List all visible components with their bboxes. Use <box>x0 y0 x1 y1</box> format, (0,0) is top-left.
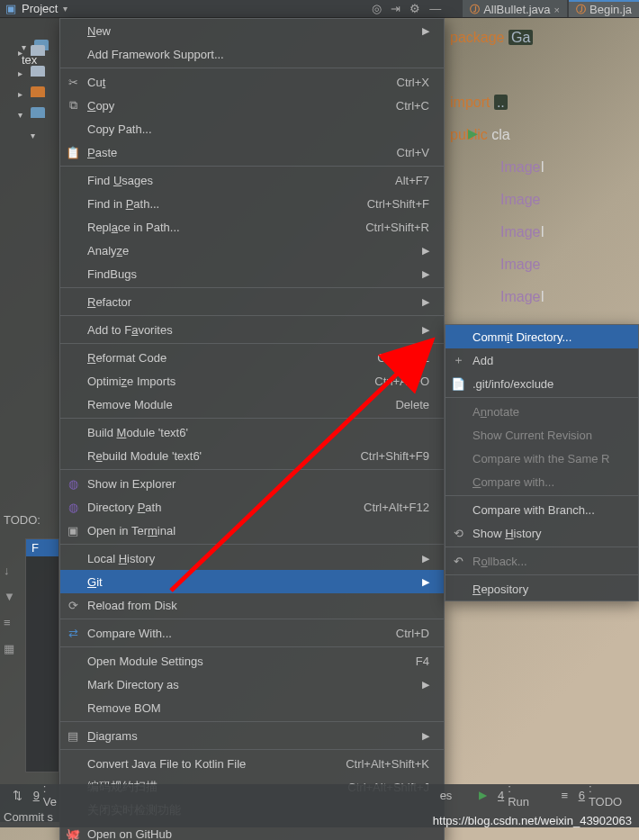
history-icon: ⟲ <box>451 527 465 540</box>
tree-expand-icon[interactable]: ▸ <box>18 68 27 78</box>
menu-paste[interactable]: 📋PasteCtrl+V <box>60 140 444 164</box>
menu-compare-with[interactable]: ⇄Compare With...Ctrl+D <box>60 621 444 645</box>
menu-git[interactable]: Git▶ <box>60 570 444 593</box>
menu-optimize-imports[interactable]: Optimize ImportsCtrl+Alt+O <box>60 369 444 393</box>
run-gutter-icon[interactable]: ▶ <box>468 126 478 140</box>
arrow-down-icon[interactable]: ↓ <box>4 564 15 577</box>
status-text: Commit s <box>4 810 53 824</box>
menu-local-history[interactable]: Local History▶ <box>60 546 444 570</box>
menu-build-module[interactable]: Build Module 'text6' <box>60 420 444 444</box>
terminal-icon: ▣ <box>66 524 80 537</box>
rollback-icon: ↶ <box>451 555 465 568</box>
menu-remove-bom[interactable]: Remove BOM <box>60 696 444 719</box>
todo-icon: ≡ <box>561 789 568 802</box>
menu-label: Show in Explorer <box>87 477 176 491</box>
menu-directory-path[interactable]: ◍Directory PathCtrl+Alt+F12 <box>60 495 444 519</box>
menu-label: Rollback... <box>472 555 527 568</box>
group-icon[interactable]: ▦ <box>4 642 15 655</box>
editor-tabs: Ⓙ AllBullet.java × Ⓙ Begin.ja <box>463 0 639 17</box>
menu-convert-kotlin[interactable]: Convert Java File to Kotlin FileCtrl+Alt… <box>60 752 444 775</box>
gear-icon[interactable]: ⚙ <box>410 2 420 15</box>
menu-add-favorites[interactable]: Add to Favorites▶ <box>60 318 444 341</box>
toolbtn-run[interactable]: ▶ 4: Run <box>479 781 534 808</box>
menu-shortcut: Ctrl+Shift+F9 <box>360 449 429 463</box>
toolbtn-version-control[interactable]: ⇅ 9: Ve <box>13 781 62 808</box>
submenu-git-info-exclude[interactable]: 📄.git/info/exclude <box>446 372 638 395</box>
menu-label: Refactor <box>87 295 131 309</box>
menu-label: Local History <box>87 552 155 565</box>
chevron-right-icon: ▶ <box>422 730 429 742</box>
menu-rebuild-module[interactable]: Rebuild Module 'text6'Ctrl+Shift+F9 <box>60 444 444 467</box>
menu-new[interactable]: New▶ <box>60 19 444 42</box>
menu-label: Find in Path... <box>87 197 159 211</box>
menu-label: Commit Directory... <box>472 330 572 344</box>
dropdown-icon[interactable]: ▾ <box>63 4 68 14</box>
submenu-show-history[interactable]: ⟲Show History <box>446 521 638 545</box>
java-file-icon: Ⓙ <box>576 3 586 16</box>
menu-remove-module[interactable]: Remove ModuleDelete <box>60 393 444 416</box>
menu-label: Convert Java File to Kotlin File <box>87 757 246 771</box>
editor-tab-begin[interactable]: Ⓙ Begin.ja <box>569 0 639 17</box>
menu-copy[interactable]: ⧉CopyCtrl+C <box>60 94 444 117</box>
collapse-icon[interactable]: ⇥ <box>391 2 400 15</box>
tree-expand-icon[interactable]: ▾ <box>18 110 27 120</box>
editor-tab-label: AllBullet.java <box>483 3 550 16</box>
menu-label: Add to Favorites <box>87 323 173 337</box>
menu-label: Open on GitHub <box>87 827 172 841</box>
menu-label: Cut <box>87 76 105 89</box>
menu-label: Directory Path <box>87 501 161 514</box>
submenu-add[interactable]: ＋Add <box>446 348 638 372</box>
close-icon[interactable]: × <box>554 5 560 15</box>
compare-icon: ⇄ <box>66 627 80 640</box>
submenu-compare-branch[interactable]: Compare with Branch... <box>446 498 638 521</box>
folder-icon <box>31 86 45 97</box>
toolbtn-todo[interactable]: ≡ 6: TODO <box>561 781 626 808</box>
menu-find-usages[interactable]: Find UsagesAlt+F7 <box>60 168 444 192</box>
menu-findbugs[interactable]: FindBugs▶ <box>60 262 444 285</box>
tree-expand-icon[interactable]: ▸ <box>18 89 27 99</box>
editor-tab-allbullet[interactable]: Ⓙ AllBullet.java × <box>463 0 567 17</box>
menu-label: Repository <box>472 583 528 596</box>
menu-show-explorer[interactable]: ◍Show in Explorer <box>60 472 444 495</box>
menu-mark-directory-as[interactable]: Mark Directory as▶ <box>60 673 444 696</box>
menu-shortcut: F4 <box>416 655 429 668</box>
menu-open-module-settings[interactable]: Open Module SettingsF4 <box>60 649 444 673</box>
submenu-commit-directory[interactable]: Commit Directory... <box>446 325 638 348</box>
target-icon[interactable]: ◎ <box>372 2 382 15</box>
chevron-right-icon: ▶ <box>422 679 429 691</box>
menu-shortcut: Delete <box>395 398 429 411</box>
menu-find-in-path[interactable]: Find in Path...Ctrl+Shift+F <box>60 192 444 215</box>
diagram-icon: ▤ <box>66 729 80 743</box>
todo-filter-button[interactable]: F <box>26 539 58 556</box>
menu-label: Rebuild Module 'text6' <box>87 449 202 463</box>
menu-open-terminal[interactable]: ▣Open in Terminal <box>60 519 444 542</box>
filter-icon[interactable]: ▼ <box>4 590 15 603</box>
project-panel-title[interactable]: Project <box>22 2 58 15</box>
submenu-compare-with: Compare with... <box>446 470 638 493</box>
menu-reformat-code[interactable]: Reformat CodeCtrl+Alt+L <box>60 346 444 369</box>
watermark: https://blog.csdn.net/weixin_43902063 <box>433 814 632 827</box>
hide-icon[interactable]: — <box>429 2 441 15</box>
tree-expand-icon[interactable]: ▾ <box>31 131 40 140</box>
menu-label: Open Module Settings <box>87 655 203 668</box>
menu-refactor[interactable]: Refactor▶ <box>60 290 444 313</box>
menu-analyze[interactable]: Analyze▶ <box>60 239 444 262</box>
submenu-repository[interactable]: Repository <box>446 577 638 601</box>
editor-code[interactable]: package Ga import .. public cla ImageI I… <box>450 22 639 328</box>
menu-replace-in-path[interactable]: Replace in Path...Ctrl+Shift+R <box>60 215 444 239</box>
menu-diagrams[interactable]: ▤Diagrams▶ <box>60 724 444 747</box>
chevron-right-icon: ▶ <box>422 296 429 308</box>
java-file-icon: Ⓙ <box>470 3 480 16</box>
expand-icon[interactable]: ≡ <box>4 616 15 629</box>
menu-label: Analyze <box>87 244 129 257</box>
menu-cut[interactable]: ✂CutCtrl+X <box>60 70 444 94</box>
menu-reload-from-disk[interactable]: ⟳Reload from Disk <box>60 593 444 617</box>
menu-copy-path[interactable]: Copy Path... <box>60 117 444 140</box>
menu-label: Compare with the Same R <box>472 452 609 465</box>
chevron-right-icon: ▶ <box>422 324 429 336</box>
menu-label: Remove BOM <box>87 701 161 715</box>
top-bar: ▣ Project ▾ ◎ ⇥ ⚙ — Ⓙ AllBullet.java × Ⓙ… <box>0 0 639 18</box>
submenu-show-current-revision: Show Current Revision <box>446 423 638 447</box>
menu-add-framework[interactable]: Add Framework Support... <box>60 42 444 66</box>
tree-expand-icon[interactable]: ▸ <box>18 48 27 58</box>
